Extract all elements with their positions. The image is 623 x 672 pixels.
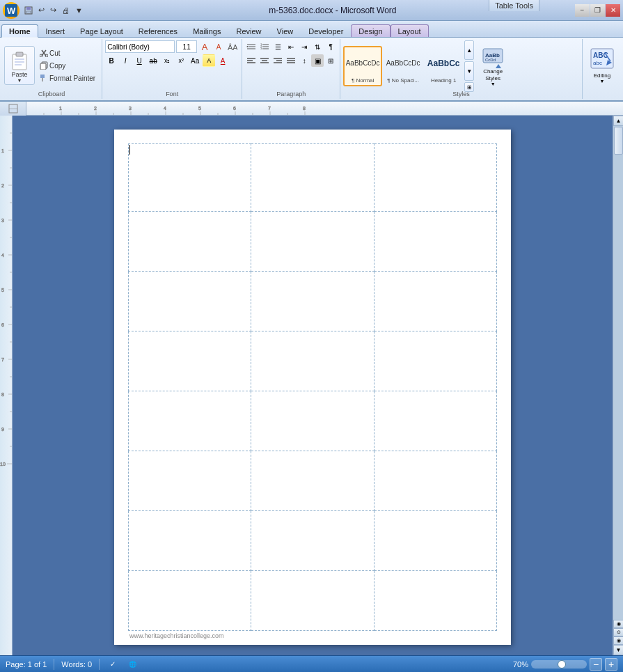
zoom-in-button[interactable]: + <box>605 658 617 671</box>
line-spacing-button[interactable]: ↕ <box>298 54 310 67</box>
minimize-button[interactable]: − <box>575 4 590 17</box>
table-cell[interactable] <box>374 451 496 510</box>
zoom-slider[interactable] <box>531 660 587 669</box>
undo-quick-btn[interactable]: ↩ <box>36 4 47 16</box>
font-size-input[interactable] <box>176 40 197 53</box>
style-normal[interactable]: AaBbCcDc ¶ Normal <box>343 46 382 86</box>
vertical-ruler[interactable]: 1 2 3 4 5 6 7 8 9 10 <box>0 116 13 655</box>
subscript-button[interactable]: x₂ <box>161 54 173 67</box>
paste-button[interactable]: Paste ▼ <box>4 46 35 85</box>
right-scrollbar[interactable]: ▲ ◉ ⊙ ◉ ▼ <box>613 116 623 655</box>
table-cell[interactable] <box>251 271 374 331</box>
editing-button[interactable]: ABC abc Editing ▼ <box>585 44 619 87</box>
font-name-input[interactable] <box>105 40 175 53</box>
borders-button[interactable]: ⊞ <box>324 54 337 67</box>
numbering-button[interactable]: 123 <box>258 40 271 53</box>
scroll-thumb[interactable] <box>614 127 623 155</box>
table-cell[interactable] <box>374 391 496 451</box>
table-cell[interactable] <box>374 211 496 271</box>
more-quick-btn[interactable]: ▼ <box>73 4 85 16</box>
underline-button[interactable]: U <box>133 54 145 67</box>
table-cell[interactable] <box>129 451 251 510</box>
styles-scroll-up[interactable]: ▲ <box>464 40 474 60</box>
highlight-button[interactable]: A <box>203 54 215 67</box>
multilevel-list-button[interactable]: ☰ <box>271 40 284 53</box>
table-cell[interactable] <box>251 570 374 630</box>
decrease-indent-button[interactable]: ⇤ <box>285 40 297 53</box>
table-cell[interactable] <box>251 391 374 451</box>
table-cell[interactable] <box>129 570 251 630</box>
table-cell[interactable] <box>129 144 251 212</box>
change-case-button[interactable]: Aa <box>189 54 201 67</box>
table-cell[interactable] <box>251 144 374 212</box>
zoom-thumb[interactable] <box>558 660 566 669</box>
table-cell[interactable] <box>251 331 374 391</box>
format-painter-button[interactable]: Format Painter <box>36 72 99 84</box>
table-cell[interactable] <box>374 510 496 570</box>
cut-button[interactable]: Cut <box>36 47 99 59</box>
superscript-button[interactable]: x² <box>175 54 187 67</box>
scroll-select-browse-next[interactable]: ◉ <box>613 636 623 645</box>
table-cell[interactable] <box>251 211 374 271</box>
save-quick-btn[interactable] <box>22 4 35 16</box>
scroll-select-browse-prev[interactable]: ◉ <box>613 620 623 628</box>
show-marks-button[interactable]: ¶ <box>324 40 337 53</box>
tab-page-layout[interactable]: Page Layout <box>72 24 131 37</box>
table-cell[interactable] <box>374 271 496 331</box>
style-no-spacing[interactable]: AaBbCcDc ¶ No Spaci... <box>384 46 423 86</box>
document-table[interactable] <box>128 143 497 631</box>
zoom-out-button[interactable]: − <box>590 658 602 671</box>
document-scroll-area[interactable]: www.heritagechristiancollege.com <box>13 116 613 655</box>
table-cell[interactable] <box>129 331 251 391</box>
align-right-button[interactable] <box>271 54 284 67</box>
scroll-select-browse[interactable]: ⊙ <box>613 628 623 636</box>
font-color-button[interactable]: A <box>216 54 229 67</box>
increase-indent-button[interactable]: ⇥ <box>298 40 310 53</box>
change-styles-button[interactable]: AaBb CcDd ChangeStyles ▼ <box>475 42 510 90</box>
increase-font-button[interactable]: A <box>198 40 211 53</box>
table-cell[interactable] <box>129 211 251 271</box>
ruler-corner[interactable] <box>0 102 26 116</box>
tab-developer[interactable]: Developer <box>301 24 351 37</box>
language-button[interactable]: 🌐 <box>126 658 139 671</box>
bold-button[interactable]: B <box>105 54 118 67</box>
sort-button[interactable]: ⇅ <box>311 40 324 53</box>
align-left-button[interactable] <box>245 54 258 67</box>
horizontal-ruler[interactable]: 1 2 3 4 5 6 7 8 <box>26 102 623 115</box>
table-cell[interactable] <box>129 391 251 451</box>
print-quick-btn[interactable]: 🖨 <box>60 4 72 16</box>
italic-button[interactable]: I <box>119 54 132 67</box>
redo-quick-btn[interactable]: ↪ <box>48 4 58 16</box>
justify-button[interactable] <box>285 54 297 67</box>
clear-format-button[interactable]: ÂA <box>226 40 239 53</box>
table-cell[interactable] <box>374 331 496 391</box>
tab-review[interactable]: Review <box>228 24 269 37</box>
restore-button[interactable]: ❐ <box>590 4 605 17</box>
copy-button[interactable]: Copy <box>36 60 99 72</box>
tab-design[interactable]: Design <box>351 24 390 37</box>
decrease-font-button[interactable]: A <box>212 40 225 53</box>
tab-layout[interactable]: Layout <box>391 24 429 37</box>
tab-view[interactable]: View <box>269 24 301 37</box>
strikethrough-button[interactable]: ab <box>147 54 159 67</box>
scroll-down-arrow[interactable]: ▼ <box>613 645 623 655</box>
bullets-button[interactable] <box>245 40 258 53</box>
align-center-button[interactable] <box>258 54 271 67</box>
table-cell[interactable] <box>129 271 251 331</box>
table-cell[interactable] <box>251 451 374 510</box>
table-cell[interactable] <box>374 570 496 630</box>
table-cell[interactable] <box>251 510 374 570</box>
style-heading1[interactable]: AaBbCc Heading 1 <box>424 46 463 86</box>
table-cell[interactable] <box>129 510 251 570</box>
tab-home[interactable]: Home <box>1 24 38 38</box>
table-cell[interactable] <box>374 144 496 212</box>
tab-insert[interactable]: Insert <box>38 24 73 37</box>
document[interactable]: www.heritagechristiancollege.com <box>114 130 511 645</box>
shading-button[interactable]: ▣ <box>311 54 324 67</box>
styles-scroll-down[interactable]: ▼ <box>464 61 474 81</box>
tab-mailings[interactable]: Mailings <box>185 24 228 37</box>
proofing-button[interactable]: ✓ <box>107 658 119 671</box>
scroll-track[interactable] <box>613 126 623 620</box>
close-button[interactable]: ✕ <box>606 4 620 17</box>
tab-references[interactable]: References <box>131 24 185 37</box>
